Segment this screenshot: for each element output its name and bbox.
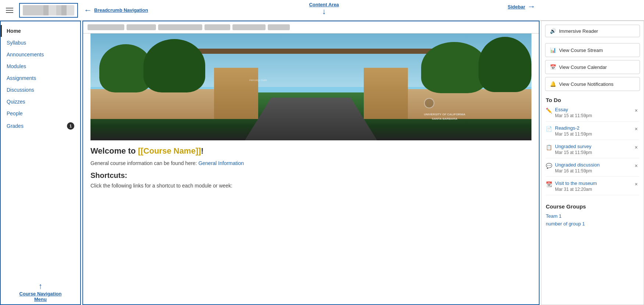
shortcuts-desc: Click the following links for a shortcut… (90, 183, 531, 189)
todo-item-essay: ✏️ Essay Mar 15 at 11:59pm × (546, 107, 639, 122)
sidebar-item-assignments[interactable]: Assignments (1, 72, 80, 84)
readings-close-button[interactable]: × (633, 125, 639, 133)
shortcuts-title: Shortcuts: (90, 171, 531, 180)
survey-link[interactable]: Ungraded survey (555, 144, 592, 149)
todo-item-discussion: 💬 Ungraded discussion Mar 16 at 11:59pm … (546, 162, 639, 177)
todo-item-museum: 📆 Visit to the museum Mar 31 at 12:20am … (546, 180, 639, 195)
content-tabs-row (83, 21, 539, 34)
top-bar: ← Breadcrumb Navigation Content Area ↓ S… (0, 0, 644, 21)
readings-date: Mar 15 at 11:59pm (555, 132, 592, 137)
sidebar-item-announcements[interactable]: Announcements (1, 49, 80, 60)
tab-placeholder-2 (127, 24, 156, 30)
museum-icon: 📆 (546, 181, 552, 187)
course-groups-section: Course Groups Team 1 number of group 1 (541, 199, 644, 233)
essay-icon: ✏️ (546, 108, 552, 113)
sidebar-item-home[interactable]: Home (1, 25, 80, 37)
discussion-icon: 💬 (546, 163, 552, 169)
todo-section: To Do ✏️ Essay Mar 15 at 11:59pm × 📄 R (541, 92, 644, 199)
chart-bar-icon: 📊 (550, 47, 556, 53)
tree-right (421, 42, 487, 93)
course-groups-title: Course Groups (546, 203, 639, 210)
breadcrumb[interactable] (19, 3, 78, 18)
breadcrumb-nav-annotation: ← Breadcrumb Navigation (84, 6, 148, 15)
museum-link[interactable]: Visit to the museum (555, 180, 597, 186)
todo-title: To Do (546, 97, 639, 103)
tab-placeholder-6 (268, 24, 290, 30)
arrow-right-icon: → (527, 2, 536, 11)
discussion-date: Mar 16 at 11:59pm (555, 168, 592, 173)
breadcrumb-image (23, 5, 74, 15)
sidebar-item-discussions[interactable]: Discussions (1, 84, 80, 96)
sidebar-item-people[interactable]: People (1, 108, 80, 119)
group-team1[interactable]: Team 1 (546, 213, 639, 219)
discussion-link[interactable]: Ungraded discussion (555, 162, 599, 168)
tree-left (143, 39, 205, 92)
breadcrumb-nav-label: Breadcrumb Navigation (94, 7, 148, 13)
arch-pillar-right (364, 68, 408, 119)
group-number1[interactable]: number of group 1 (546, 221, 639, 227)
content-body: UNIVERSITY OF CALIFORNIA SANTA BARBARA H… (83, 34, 539, 196)
view-course-calendar-button[interactable]: 📅 View Course Calendar (545, 60, 640, 74)
tab-placeholder-4 (204, 24, 230, 30)
tab-placeholder-3 (158, 24, 202, 30)
survey-close-button[interactable]: × (633, 144, 639, 151)
course-nav-label-line1: Course Navigation (19, 291, 62, 297)
tree-far-right (478, 37, 531, 92)
tab-placeholder-5 (232, 24, 266, 30)
sidebar-label: Sidebar (508, 4, 525, 10)
sidebar-item-quizzes[interactable]: Quizzes (1, 96, 80, 108)
main-layout: Home Syllabus Announcements Modules Assi… (0, 21, 644, 305)
course-nav-label-line2: Menu (34, 297, 47, 302)
essay-date: Mar 15 at 11:59pm (555, 113, 592, 118)
arrow-left-icon: ← (84, 6, 92, 15)
sidebar: 🔊 Immersive Reader 📊 View Course Stream … (541, 21, 644, 305)
course-navigation-menu: Home Syllabus Announcements Modules Assi… (0, 21, 81, 305)
sidebar-item-grades[interactable]: Grades 1 (1, 119, 80, 133)
hero-text-overlay: UNIVERSITY OF CALIFORNIA SANTA BARBARA (424, 112, 465, 121)
course-nav-annotation: ↑ Course Navigation Menu (1, 279, 80, 304)
todo-item-readings: 📄 Readings-2 Mar 15 at 11:59pm × (546, 125, 639, 140)
essay-close-button[interactable]: × (633, 107, 639, 114)
view-course-notifications-button[interactable]: 🔔 View Course Notifications (545, 77, 640, 91)
sidebar-item-modules[interactable]: Modules (1, 60, 80, 72)
view-course-stream-button[interactable]: 📊 View Course Stream (545, 43, 640, 57)
survey-date: Mar 15 at 11:59pm (555, 150, 592, 155)
arrow-up-icon: ↑ (39, 281, 43, 291)
gate-sign: Hensley Gate (249, 78, 267, 82)
sidebar-annotation: Sidebar → (508, 2, 536, 11)
calendar-icon: 📅 (550, 64, 556, 70)
immersive-reader-icon: 🔊 (550, 28, 556, 34)
discussion-close-button[interactable]: × (633, 162, 639, 169)
museum-close-button[interactable]: × (633, 180, 639, 188)
immersive-reader-button[interactable]: 🔊 Immersive Reader (545, 25, 640, 37)
content-area-arrow-down-icon: ↓ (322, 7, 326, 15)
survey-icon: 📋 (546, 144, 552, 150)
museum-date: Mar 31 at 12:20am (555, 187, 592, 192)
sidebar-item-syllabus[interactable]: Syllabus (1, 37, 80, 49)
content-area: UNIVERSITY OF CALIFORNIA SANTA BARBARA H… (82, 21, 540, 305)
bell-icon: 🔔 (550, 81, 556, 87)
general-info-link[interactable]: General Information (198, 160, 244, 166)
general-info-text: General course information can be found … (90, 160, 531, 166)
grades-badge: 1 (67, 122, 74, 130)
tab-placeholder-1 (88, 24, 124, 30)
content-area-annotation: Content Area ↓ (309, 2, 339, 15)
hero-image: UNIVERSITY OF CALIFORNIA SANTA BARBARA H… (90, 34, 531, 140)
arch-beam (188, 49, 434, 54)
essay-link[interactable]: Essay (555, 107, 592, 112)
welcome-title: Welcome to [[Course Name]]! (90, 146, 531, 156)
nav-items-container: Home Syllabus Announcements Modules Assi… (1, 21, 80, 279)
todo-item-survey: 📋 Ungraded survey Mar 15 at 11:59pm × (546, 144, 639, 158)
readings-link[interactable]: Readings-2 (555, 125, 592, 131)
readings-icon: 📄 (546, 126, 552, 132)
wall-left (90, 89, 214, 119)
hamburger-menu-button[interactable] (4, 6, 15, 14)
arch-pillar-left (214, 68, 258, 119)
